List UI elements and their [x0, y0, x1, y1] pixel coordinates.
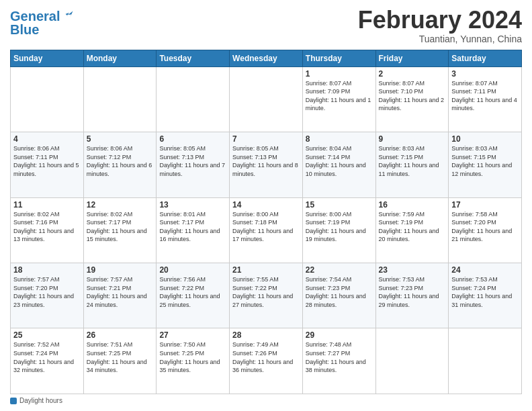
day-info: Sunrise: 7:54 AM Sunset: 7:23 PM Dayligh… [306, 275, 373, 309]
calendar-cell: 16Sunrise: 7:59 AM Sunset: 7:19 PM Dayli… [375, 197, 449, 263]
day-number: 9 [379, 134, 446, 144]
weekday-header: Monday [83, 50, 157, 66]
location: Tuantian, Yunnan, China [358, 34, 522, 44]
day-info: Sunrise: 7:55 AM Sunset: 7:22 PM Dayligh… [232, 275, 300, 309]
calendar-cell: 13Sunrise: 8:01 AM Sunset: 7:17 PM Dayli… [157, 197, 230, 263]
calendar-cell [449, 328, 522, 394]
calendar-cell: 26Sunrise: 7:51 AM Sunset: 7:25 PM Dayli… [83, 328, 157, 394]
day-number: 1 [306, 69, 373, 79]
title-block: February 2024 Tuantian, Yunnan, China [358, 7, 522, 44]
day-info: Sunrise: 8:00 AM Sunset: 7:18 PM Dayligh… [232, 210, 300, 244]
day-number: 29 [306, 330, 373, 340]
day-number: 11 [13, 200, 81, 210]
page: General Blue February 2024 Tuantian, Yun… [0, 0, 532, 411]
logo-blue: Blue [10, 23, 75, 36]
day-number: 12 [87, 200, 154, 210]
day-info: Sunrise: 7:53 AM Sunset: 7:24 PM Dayligh… [451, 275, 519, 309]
day-info: Sunrise: 8:06 AM Sunset: 7:12 PM Dayligh… [87, 144, 154, 178]
calendar-cell: 17Sunrise: 7:58 AM Sunset: 7:20 PM Dayli… [449, 197, 522, 263]
day-info: Sunrise: 8:01 AM Sunset: 7:17 PM Dayligh… [159, 210, 226, 244]
day-number: 25 [13, 330, 81, 340]
calendar-cell [230, 66, 303, 132]
calendar-cell: 23Sunrise: 7:53 AM Sunset: 7:23 PM Dayli… [375, 263, 449, 328]
calendar-cell [157, 66, 230, 132]
calendar-cell: 19Sunrise: 7:57 AM Sunset: 7:21 PM Dayli… [83, 263, 157, 328]
weekday-header: Friday [375, 50, 449, 66]
day-info: Sunrise: 7:58 AM Sunset: 7:20 PM Dayligh… [451, 210, 519, 244]
logo-content: General Blue [10, 9, 75, 36]
day-info: Sunrise: 7:53 AM Sunset: 7:23 PM Dayligh… [379, 275, 446, 309]
day-info: Sunrise: 7:48 AM Sunset: 7:27 PM Dayligh… [306, 340, 373, 374]
day-info: Sunrise: 8:06 AM Sunset: 7:11 PM Dayligh… [13, 144, 81, 178]
day-number: 6 [159, 134, 226, 144]
weekday-header: Tuesday [157, 50, 230, 66]
weekday-header: Saturday [449, 50, 522, 66]
day-number: 18 [13, 265, 81, 275]
day-number: 13 [159, 200, 226, 210]
calendar-cell: 7Sunrise: 8:05 AM Sunset: 7:13 PM Daylig… [230, 132, 303, 197]
day-number: 19 [87, 265, 154, 275]
day-number: 26 [87, 330, 154, 340]
day-info: Sunrise: 8:03 AM Sunset: 7:15 PM Dayligh… [451, 144, 519, 178]
day-info: Sunrise: 7:57 AM Sunset: 7:21 PM Dayligh… [87, 275, 154, 309]
day-number: 8 [306, 134, 373, 144]
day-number: 5 [87, 134, 154, 144]
day-info: Sunrise: 7:50 AM Sunset: 7:25 PM Dayligh… [159, 340, 226, 374]
calendar-cell: 25Sunrise: 7:52 AM Sunset: 7:24 PM Dayli… [11, 328, 84, 394]
day-number: 17 [451, 200, 519, 210]
calendar-week-row: 11Sunrise: 8:02 AM Sunset: 7:16 PM Dayli… [11, 197, 522, 263]
calendar-table: SundayMondayTuesdayWednesdayThursdayFrid… [10, 50, 522, 394]
calendar-cell: 8Sunrise: 8:04 AM Sunset: 7:14 PM Daylig… [302, 132, 375, 197]
day-info: Sunrise: 7:52 AM Sunset: 7:24 PM Dayligh… [13, 340, 81, 374]
day-info: Sunrise: 8:05 AM Sunset: 7:13 PM Dayligh… [232, 144, 300, 178]
calendar-week-row: 18Sunrise: 7:57 AM Sunset: 7:20 PM Dayli… [11, 263, 522, 328]
day-info: Sunrise: 7:49 AM Sunset: 7:26 PM Dayligh… [232, 340, 300, 374]
logo: General Blue [10, 9, 75, 36]
calendar-cell [83, 66, 157, 132]
calendar-cell: 15Sunrise: 8:00 AM Sunset: 7:19 PM Dayli… [302, 197, 375, 263]
day-info: Sunrise: 7:59 AM Sunset: 7:19 PM Dayligh… [379, 210, 446, 244]
calendar-cell: 2Sunrise: 8:07 AM Sunset: 7:10 PM Daylig… [375, 66, 449, 132]
day-info: Sunrise: 7:56 AM Sunset: 7:22 PM Dayligh… [159, 275, 226, 309]
day-number: 4 [13, 134, 81, 144]
day-info: Sunrise: 8:07 AM Sunset: 7:11 PM Dayligh… [451, 79, 519, 113]
day-number: 24 [451, 265, 519, 275]
footer: Daylight hours [10, 397, 522, 404]
day-number: 23 [379, 265, 446, 275]
calendar-cell: 21Sunrise: 7:55 AM Sunset: 7:22 PM Dayli… [230, 263, 303, 328]
day-number: 28 [232, 330, 300, 340]
calendar-cell: 11Sunrise: 8:02 AM Sunset: 7:16 PM Dayli… [11, 197, 84, 263]
day-info: Sunrise: 8:02 AM Sunset: 7:16 PM Dayligh… [13, 210, 81, 244]
calendar-week-row: 4Sunrise: 8:06 AM Sunset: 7:11 PM Daylig… [11, 132, 522, 197]
day-number: 27 [159, 330, 226, 340]
day-number: 14 [232, 200, 300, 210]
calendar-cell: 24Sunrise: 7:53 AM Sunset: 7:24 PM Dayli… [449, 263, 522, 328]
day-number: 21 [232, 265, 300, 275]
logo-text: General [10, 9, 60, 23]
day-number: 10 [451, 134, 519, 144]
day-info: Sunrise: 8:07 AM Sunset: 7:09 PM Dayligh… [306, 79, 373, 113]
day-number: 22 [306, 265, 373, 275]
calendar-cell: 4Sunrise: 8:06 AM Sunset: 7:11 PM Daylig… [11, 132, 84, 197]
calendar-cell: 1Sunrise: 8:07 AM Sunset: 7:09 PM Daylig… [302, 66, 375, 132]
month-title: February 2024 [358, 7, 522, 34]
calendar-cell: 29Sunrise: 7:48 AM Sunset: 7:27 PM Dayli… [302, 328, 375, 394]
day-info: Sunrise: 8:05 AM Sunset: 7:13 PM Dayligh… [159, 144, 226, 178]
calendar-cell: 20Sunrise: 7:56 AM Sunset: 7:22 PM Dayli… [157, 263, 230, 328]
calendar-cell: 12Sunrise: 8:02 AM Sunset: 7:17 PM Dayli… [83, 197, 157, 263]
day-info: Sunrise: 8:03 AM Sunset: 7:15 PM Dayligh… [379, 144, 446, 178]
calendar-cell: 22Sunrise: 7:54 AM Sunset: 7:23 PM Dayli… [302, 263, 375, 328]
logo-bird-icon [61, 9, 75, 23]
calendar-cell: 28Sunrise: 7:49 AM Sunset: 7:26 PM Dayli… [230, 328, 303, 394]
logo-general: General [10, 9, 60, 24]
calendar-cell: 14Sunrise: 8:00 AM Sunset: 7:18 PM Dayli… [230, 197, 303, 263]
day-number: 2 [379, 69, 446, 79]
day-number: 20 [159, 265, 226, 275]
calendar-cell [375, 328, 449, 394]
header: General Blue February 2024 Tuantian, Yun… [10, 7, 522, 44]
day-number: 3 [451, 69, 519, 79]
day-number: 16 [379, 200, 446, 210]
day-info: Sunrise: 8:04 AM Sunset: 7:14 PM Dayligh… [306, 144, 373, 178]
calendar-cell: 6Sunrise: 8:05 AM Sunset: 7:13 PM Daylig… [157, 132, 230, 197]
calendar-week-row: 1Sunrise: 8:07 AM Sunset: 7:09 PM Daylig… [11, 66, 522, 132]
